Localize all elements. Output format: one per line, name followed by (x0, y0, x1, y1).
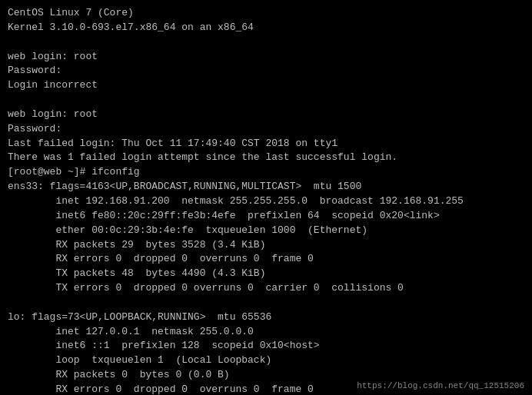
terminal-line: RX packets 29 bytes 3528 (3.4 KiB) (8, 238, 524, 253)
terminal-window: CentOS Linux 7 (Core)Kernel 3.10.0-693.e… (0, 0, 532, 395)
terminal-line: loop txqueuelen 1 (Local Loopback) (8, 354, 524, 368)
terminal-line (8, 35, 524, 50)
terminal-line: Kernel 3.10.0-693.el7.x86_64 on an x86_6… (8, 21, 524, 35)
terminal-line: inet6 fe80::20c:29ff:fe3b:4efe prefixlen… (8, 209, 524, 224)
terminal-line: Login incorrect (8, 78, 524, 93)
terminal-line: web login: root (8, 108, 524, 122)
terminal-line: [root@web ~]# ifconfig (8, 165, 524, 180)
terminal-line: TX packets 48 bytes 4490 (4.3 KiB) (8, 267, 524, 281)
terminal-line: RX errors 0 dropped 0 overruns 0 frame 0 (8, 252, 524, 267)
terminal-line: inet 192.168.91.200 netmask 255.255.255.… (8, 194, 524, 209)
terminal-output: CentOS Linux 7 (Core)Kernel 3.10.0-693.e… (8, 6, 524, 395)
terminal-line: There was 1 failed login attempt since t… (8, 151, 524, 165)
terminal-line: web login: root (8, 50, 524, 65)
terminal-line: lo: flags=73<UP,LOOPBACK,RUNNING> mtu 65… (8, 310, 524, 325)
terminal-line: TX errors 0 dropped 0 overruns 0 carrier… (8, 281, 524, 296)
terminal-line (8, 296, 524, 310)
terminal-line: inet6 ::1 prefixlen 128 scopeid 0x10<hos… (8, 339, 524, 354)
terminal-line: Last failed login: Thu Oct 11 17:49:40 C… (8, 137, 524, 151)
terminal-line: ens33: flags=4163<UP,BROADCAST,RUNNING,M… (8, 180, 524, 194)
watermark: https://blog.csdn.net/qq_12515206 (357, 381, 524, 390)
terminal-line: Password: (8, 122, 524, 137)
terminal-line: CentOS Linux 7 (Core) (8, 6, 524, 21)
terminal-line: inet 127.0.0.1 netmask 255.0.0.0 (8, 325, 524, 340)
terminal-line (8, 93, 524, 108)
terminal-line: Password: (8, 64, 524, 78)
terminal-line: ether 00:0c:29:3b:4e:fe txqueuelen 1000 … (8, 224, 524, 238)
